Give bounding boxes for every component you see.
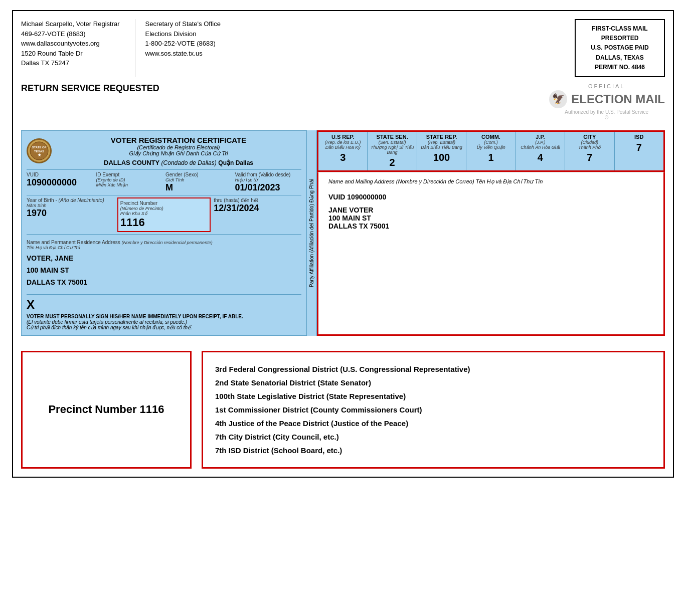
precinct-annotation-box: Precinct Number 1116 bbox=[21, 351, 192, 469]
voter-city: DALLAS TX 75001 bbox=[27, 278, 301, 286]
mailing-vuid: VUID 1090000000 bbox=[328, 193, 653, 201]
signature-section: X VOTER MUST PERSONALLY SIGN HIS/HER NAM… bbox=[27, 294, 301, 330]
gender-value: M bbox=[165, 182, 232, 193]
signature-spanish: (El votante debe firmar esta tarjeta per… bbox=[27, 319, 301, 325]
document-container: Michael Scarpello, Voter Registrar 469-6… bbox=[12, 10, 674, 478]
district-header-5: CITY bbox=[566, 134, 613, 140]
district-sub2-5: Thành Phố bbox=[566, 145, 613, 150]
registrar-line3: www.dallascountyvotes.org bbox=[21, 39, 120, 49]
postage-line4: DALLAS, TEXAS bbox=[582, 53, 658, 63]
postage-box: FIRST-CLASS MAIL PRESORTED U.S. POSTAGE … bbox=[575, 19, 665, 77]
party-affiliation-sidebar: Party Affiliation (Afiliación del Partid… bbox=[307, 130, 317, 336]
registrar-line4: 1520 Round Table Dr bbox=[21, 49, 120, 59]
district-explanation-item-4: 4th Justice of the Peace District (Justi… bbox=[215, 417, 651, 430]
districts-explanation-box: 3rd Federal Congressional District (U.S.… bbox=[202, 351, 665, 469]
postage-line3: U.S. POSTAGE PAID bbox=[582, 43, 658, 53]
district-sub1-0: (Rep. de los E.U.) bbox=[319, 140, 366, 145]
district-explanation-item-3: 1st Commissioner District (County Commis… bbox=[215, 403, 651, 417]
valid-to-value: 12/31/2024 bbox=[214, 203, 301, 214]
registrar-line1: Michael Scarpello, Voter Registrar bbox=[21, 19, 120, 29]
yob-field: Year of Birth - (Año de Nacimiento) Năm … bbox=[27, 197, 114, 232]
official-text: OFFICIAL bbox=[548, 83, 665, 89]
mailing-name: JANE VOTER bbox=[328, 206, 653, 214]
address-label: Name and Permanent Residence Address (No… bbox=[27, 240, 301, 245]
district-header-3: COMM. bbox=[467, 134, 514, 140]
district-sub1-5: (Ciudad) bbox=[566, 140, 613, 145]
mailing-address-section: Name and Mailing Address (Nombre y Direc… bbox=[317, 172, 665, 336]
gender-label: Gender (Sexo) bbox=[165, 172, 232, 177]
district-num-1: 2 bbox=[369, 157, 415, 168]
district-num-3: 1 bbox=[467, 152, 514, 163]
voter-registration-card: STATE OF TEXAS ★ VOTER REGISTRATION CERT… bbox=[21, 130, 307, 336]
main-card-area: STATE OF TEXAS ★ VOTER REGISTRATION CERT… bbox=[21, 130, 665, 336]
district-explanation-item-2: 100th State Legislative District (State … bbox=[215, 389, 651, 403]
district-sub2-2: Dân Biểu Tiểu Bang bbox=[418, 145, 465, 150]
vuid-value: 1090000000 bbox=[27, 177, 93, 188]
signature-viet: Cử tri phải đích thân ký tên của mình ng… bbox=[27, 325, 301, 330]
gender-field: Gender (Sexo) Giới Tính M bbox=[165, 172, 232, 193]
gender-sub: Giới Tính bbox=[165, 177, 232, 182]
svg-text:★: ★ bbox=[38, 153, 42, 157]
district-sub1-1: (Sen. Estatal) bbox=[369, 140, 415, 145]
authorized-text: Authorized by the U.S. Postal Service bbox=[548, 109, 665, 115]
registrar-line2: 469-627-VOTE (8683) bbox=[21, 29, 120, 39]
district-num-4: 4 bbox=[517, 152, 564, 163]
valid-to-field: thru (hasta) đến hết 12/31/2024 bbox=[214, 197, 301, 232]
sos-line2: Elections Division bbox=[145, 29, 221, 39]
vuid-label: VUID bbox=[27, 172, 93, 177]
valid-to-label: thru (hasta) đến hết bbox=[214, 197, 301, 203]
election-mail-logo: OFFICIAL 🦅 ELECTION MAIL Authorized by t… bbox=[548, 83, 665, 120]
postage-line1: FIRST-CLASS MAIL bbox=[582, 24, 658, 34]
card-title: VOTER REGISTRATION CERTIFICATE bbox=[56, 136, 301, 144]
registrar-line5: Dallas TX 75247 bbox=[21, 58, 120, 68]
svg-text:🦅: 🦅 bbox=[552, 93, 565, 105]
district-col-6: ISD 7 bbox=[615, 132, 663, 170]
texas-seal: STATE OF TEXAS ★ bbox=[27, 138, 52, 163]
header-section: Michael Scarpello, Voter Registrar 469-6… bbox=[21, 19, 665, 77]
card-subtitle1: (Certificado de Registro Electoral) bbox=[56, 144, 301, 150]
valid-from-sub: Hiệu lực từ bbox=[235, 177, 302, 182]
district-col-5: CITY (Ciudad) Thành Phố 7 bbox=[565, 132, 614, 170]
district-col-4: J.P. (J.P.) Chánh Án Hòa Giải 4 bbox=[516, 132, 565, 170]
svg-text:STATE OF: STATE OF bbox=[32, 146, 47, 149]
signature-x: X bbox=[27, 298, 301, 312]
district-explanation-item-5: 7th City District (City Council, etc.) bbox=[215, 430, 651, 444]
district-num-0: 3 bbox=[319, 152, 366, 163]
header-contact-info: Michael Scarpello, Voter Registrar 469-6… bbox=[21, 19, 221, 77]
postage-line5: PERMIT NO. 4846 bbox=[582, 63, 658, 72]
sos-line1: Secretary of State's Office bbox=[145, 19, 221, 29]
districts-table: U.S REP. (Rep. de los E.U.) Dân Biểu Hoa… bbox=[317, 130, 665, 172]
district-header-4: J.P. bbox=[517, 134, 564, 140]
precinct-label-viet: Phân Khu Số bbox=[120, 211, 208, 216]
divider3 bbox=[27, 234, 301, 235]
id-exempt-label: ID Exempt bbox=[96, 172, 163, 177]
mailing-city: DALLAS TX 75001 bbox=[328, 222, 653, 230]
district-num-2: 100 bbox=[418, 152, 465, 163]
district-sub2-3: Ủy Viên Quận bbox=[467, 145, 514, 150]
district-explanation-item-6: 7th ISD District (School Board, etc.) bbox=[215, 444, 651, 457]
eagle-icon: 🦅 bbox=[548, 89, 568, 109]
precinct-annotation-text: Precinct Number 1116 bbox=[48, 403, 164, 416]
postage-line2: PRESORTED bbox=[582, 34, 658, 43]
district-header-1: STATE SEN. bbox=[369, 134, 415, 140]
registrar-info: Michael Scarpello, Voter Registrar 469-6… bbox=[21, 19, 120, 77]
county-viet: Quận Dallas bbox=[218, 159, 253, 166]
yob-label-viet: Năm Sinh bbox=[27, 203, 114, 208]
signature-instruction: VOTER MUST PERSONALLY SIGN HIS/HER NAME … bbox=[27, 314, 301, 319]
district-sub1-3: (Com.) bbox=[467, 140, 514, 145]
county-name: DALLAS COUNTY bbox=[104, 159, 159, 166]
address-label-viet: Tên Họ và Địa Chỉ Cư Trú bbox=[27, 245, 301, 250]
district-col-0: U.S REP. (Rep. de los E.U.) Dân Biểu Hoa… bbox=[318, 132, 368, 170]
card-subtitle2: Giấy Chứng Nhận Ghi Danh Của Cử Tri bbox=[56, 150, 301, 157]
mailing-street: 100 MAIN ST bbox=[328, 214, 653, 222]
right-section: U.S REP. (Rep. de los E.U.) Dân Biểu Hoa… bbox=[317, 130, 665, 336]
sos-info: Secretary of State's Office Elections Di… bbox=[135, 19, 221, 77]
precinct-label-spanish: (Número de Precinto) bbox=[120, 206, 208, 211]
card-header-text: VOTER REGISTRATION CERTIFICATE (Certific… bbox=[56, 136, 301, 166]
divider1 bbox=[27, 169, 301, 170]
sos-line4: www.sos.state.tx.us bbox=[145, 49, 221, 59]
mailing-label: Name and Mailing Address (Nombre y Direc… bbox=[328, 178, 653, 185]
valid-from-field: Valid from (Valido desde) Hiệu lực từ 01… bbox=[235, 172, 302, 193]
valid-from-value: 01/01/2023 bbox=[235, 182, 302, 193]
precinct-label: Precinct Number bbox=[120, 200, 208, 206]
